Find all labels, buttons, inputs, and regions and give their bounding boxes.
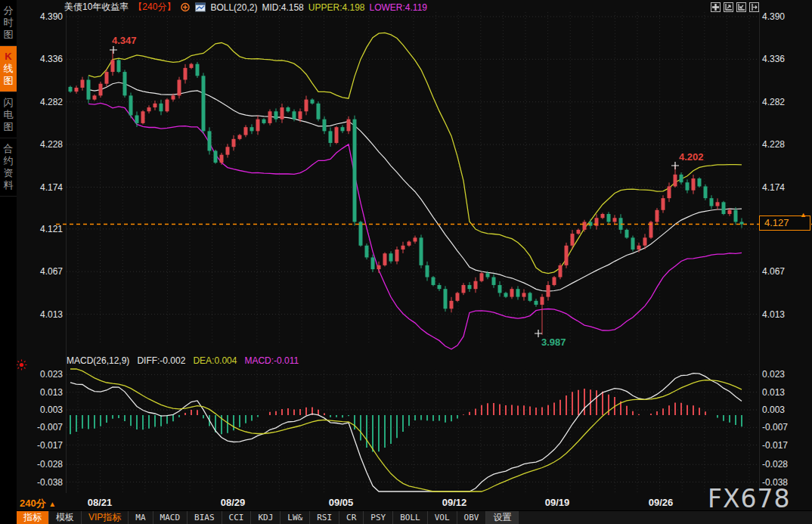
sidebar-tab-K线图[interactable]: K线图	[0, 46, 17, 92]
toolbar-item-RSI[interactable]: RSI	[310, 511, 339, 524]
watermark: FX678	[708, 484, 791, 513]
boll-mid-value: MID:4.158	[262, 2, 303, 13]
macd-axis-tick: -0.007	[21, 422, 63, 433]
toolbar-item-MACD[interactable]: MACD	[153, 511, 188, 524]
price-axis-tick: 4.174	[762, 182, 785, 193]
macd-axis-tick: 0.023	[21, 369, 63, 380]
toolbar-item-CCI[interactable]: CCI	[222, 511, 252, 524]
macd-macd-value: MACD:-0.011	[244, 355, 299, 366]
price-chart-canvas[interactable]	[0, 0, 812, 524]
toolbar-item-设置[interactable]: 设置	[486, 511, 519, 524]
period-label: 【240分】	[133, 1, 175, 14]
date-axis-tick: 08/21	[88, 497, 113, 508]
price-axis-tick: 4.390	[21, 11, 63, 22]
indicator-toolbar: 指标模板VIP指标MAMACDBIASCCIKDJLW&RSICRPSYBOLL…	[17, 510, 812, 524]
macd-axis-tick: 0.013	[21, 387, 63, 398]
last-price-tag: 4.127 ▲	[759, 215, 810, 231]
toolbar-item-BIAS[interactable]: BIAS	[188, 511, 222, 524]
instrument-title: 美债10年收益率	[64, 1, 129, 14]
sidebar-tab-分时图[interactable]: 分时图	[0, 0, 17, 46]
price-annotation: 3.987	[541, 336, 566, 348]
date-axis-tick: 09/26	[649, 497, 674, 508]
zoom-out-axis-icon[interactable]	[736, 2, 746, 12]
price-axis-tick: 4.282	[762, 97, 785, 107]
chart-type-icon[interactable]	[195, 2, 206, 12]
price-axis-tick: 4.282	[21, 97, 63, 107]
price-annotation: 4.202	[679, 151, 704, 163]
price-axis-tick: 4.067	[762, 266, 785, 277]
chart-header: 美债10年收益率 【240分】 BOLL(20,2) MID:4.158 UPP…	[64, 2, 427, 13]
macd-params: MACD(26,12,9)	[67, 355, 129, 366]
macd-axis-tick: 0.023	[762, 369, 785, 380]
macd-header: MACD(26,12,9) DIFF:-0.002 DEA:0.004 MACD…	[67, 355, 299, 366]
toolbar-item-CR[interactable]: CR	[339, 511, 364, 524]
toolbar-item-MA[interactable]: MA	[129, 511, 153, 524]
price-axis-tick: 4.013	[21, 309, 63, 320]
toolbar-item-LW&[interactable]: LW&	[280, 511, 310, 524]
price-axis-tick: 4.390	[762, 11, 785, 22]
price-axis-tick: 4.228	[21, 139, 63, 150]
toolbar-item-VOL[interactable]: VOL	[428, 511, 457, 524]
price-axis-tick: 4.121	[21, 224, 63, 234]
sidebar-tab-闪电图[interactable]: 闪电图	[0, 92, 17, 138]
chart-app: 分时图K线图闪电图合约资料 美债10年收益率 【240分】 BOLL(20,2)…	[0, 0, 812, 524]
boll-label: BOLL(20,2)	[210, 2, 257, 13]
price-axis-tick: 4.174	[21, 182, 63, 193]
macd-axis-tick: -0.017	[762, 440, 788, 451]
price-marker-icon: ▲	[800, 208, 807, 222]
boll-lower-value: LOWER:4.119	[370, 2, 427, 13]
macd-axis-tick: -0.038	[21, 477, 63, 488]
last-price-value: 4.127	[764, 217, 789, 228]
macd-axis-tick: -0.017	[21, 440, 63, 451]
toolbar-item-KDJ[interactable]: KDJ	[251, 511, 280, 524]
macd-axis-tick: 0.003	[21, 405, 63, 415]
sidebar: 分时图K线图闪电图合约资料	[0, 0, 17, 524]
boll-upper-value: UPPER:4.198	[308, 2, 365, 13]
add-indicator-icon[interactable]	[180, 2, 191, 12]
price-axis-tick: 4.067	[21, 266, 63, 277]
time-axis: 240分 ▲ 08/2108/2909/0509/1209/1909/26	[17, 495, 812, 510]
chevron-up-icon: ▲	[48, 500, 56, 508]
toolbar-item-OBV[interactable]: OBV	[457, 511, 487, 524]
toolbar-item-模板[interactable]: 模板	[49, 511, 82, 524]
macd-axis-tick: -0.007	[762, 422, 788, 433]
macd-axis-tick: 0.013	[762, 387, 785, 398]
chart-toolbox	[711, 2, 759, 12]
price-axis-tick: 4.228	[762, 139, 785, 150]
macd-axis-tick: 0.003	[762, 405, 785, 415]
date-axis-tick: 08/29	[221, 497, 246, 508]
date-axis-tick: 09/12	[442, 497, 467, 508]
macd-dea-value: DEA:0.004	[193, 355, 237, 366]
period-selector[interactable]: 240分 ▲	[20, 497, 56, 510]
sidebar-tab-合约资料[interactable]: 合约资料	[0, 138, 17, 197]
toolbar-item-VIP指标[interactable]: VIP指标	[82, 511, 129, 524]
zoom-in-axis-icon[interactable]	[724, 2, 733, 12]
toolbar-item-PSY[interactable]: PSY	[364, 511, 393, 524]
macd-diff-value: DIFF:-0.002	[137, 355, 185, 366]
price-axis-tick: 4.013	[762, 309, 785, 320]
sidebar-tabs: 分时图K线图闪电图合约资料	[0, 0, 17, 197]
collapse-panel-icon[interactable]	[749, 2, 759, 12]
macd-axis-tick: -0.028	[762, 459, 788, 470]
date-axis-tick: 09/19	[545, 497, 570, 508]
price-axis-tick: 4.336	[762, 54, 785, 64]
macd-axis-tick: -0.028	[21, 459, 63, 470]
toolbar-item-BOLL[interactable]: BOLL	[393, 511, 428, 524]
price-axis-tick: 4.336	[21, 54, 63, 64]
toolbar-item-指标[interactable]: 指标	[17, 511, 49, 524]
indicator-alert-icon[interactable]	[16, 359, 27, 374]
price-annotation: 4.347	[112, 35, 137, 46]
date-axis-tick: 09/05	[329, 497, 354, 508]
pan-icon[interactable]	[711, 2, 721, 12]
